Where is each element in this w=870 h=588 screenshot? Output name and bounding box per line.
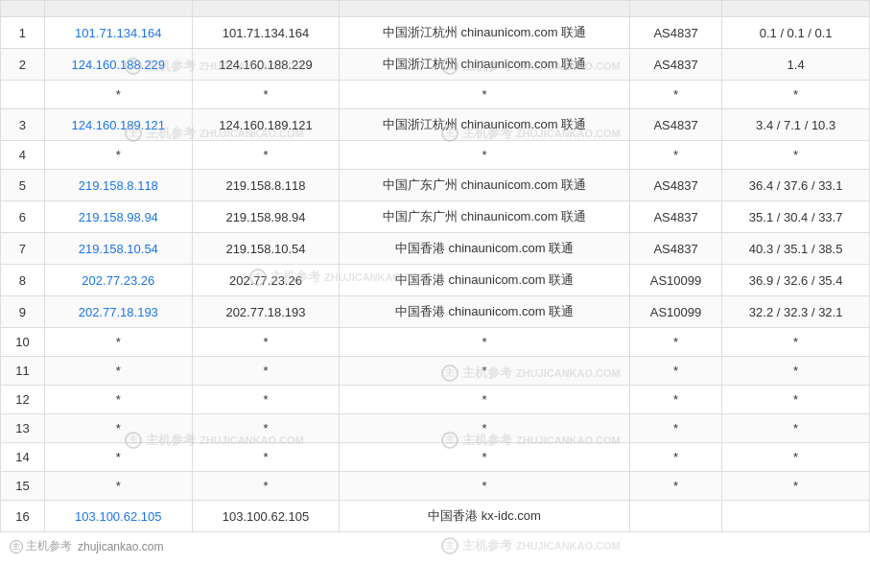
col-header-region xyxy=(340,1,629,17)
table-row: 10***** xyxy=(1,328,870,357)
cell-as xyxy=(629,501,722,532)
ip-link[interactable]: 124.160.188.229 xyxy=(71,58,165,72)
cell-ip[interactable]: 219.158.98.94 xyxy=(44,201,192,233)
cell-hop: 4 xyxy=(1,141,45,170)
cell-as: * xyxy=(629,328,722,357)
table-row: 15***** xyxy=(1,472,870,501)
cell-hostname: 101.71.134.164 xyxy=(192,17,340,49)
cell-star: * xyxy=(722,81,870,109)
cell-as: * xyxy=(629,141,722,170)
cell-region: 中国香港 chinaunicom.com 联通 xyxy=(340,296,629,328)
col-header-hop xyxy=(1,1,45,17)
cell-as: * xyxy=(629,443,722,472)
cell-hostname: * xyxy=(192,386,340,414)
cell-time: 40.3 / 35.1 / 38.5 xyxy=(722,233,870,265)
cell-star: * xyxy=(340,81,629,109)
cell-as: AS4837 xyxy=(629,49,722,81)
cell-time: * xyxy=(722,328,870,357)
cell-time: * xyxy=(722,443,870,472)
cell-hop: 13 xyxy=(1,414,45,443)
cell-ip: * xyxy=(44,443,192,472)
cell-time: * xyxy=(722,414,870,443)
cell-as: AS4837 xyxy=(629,109,722,141)
cell-ip: * xyxy=(44,472,192,501)
cell-ip: * xyxy=(44,141,192,170)
ip-link[interactable]: 219.158.8.118 xyxy=(79,178,158,193)
ip-link[interactable]: 219.158.10.54 xyxy=(79,242,158,256)
cell-as: * xyxy=(629,386,722,414)
cell-region: 中国浙江杭州 chinaunicom.com 联通 xyxy=(340,49,629,81)
cell-region: * xyxy=(340,472,629,501)
cell-ip: * xyxy=(44,414,192,443)
bottom-url: zhujicankao.com xyxy=(78,540,163,553)
cell-region: 中国广东广州 chinaunicom.com 联通 xyxy=(340,201,629,233)
cell-hostname: 219.158.8.118 xyxy=(192,170,340,201)
traceroute-table: 1101.71.134.164101.71.134.164中国浙江杭州 chin… xyxy=(0,0,870,532)
cell-star: * xyxy=(629,81,722,109)
table-row: 14***** xyxy=(1,443,870,472)
cell-as: AS10099 xyxy=(629,296,722,328)
cell-hop: 14 xyxy=(1,443,45,472)
table-row: 8202.77.23.26202.77.23.26中国香港 chinaunico… xyxy=(1,265,870,296)
page-container: 主 主机参考 ZHUJICANKAO.COM 主 主机参考 ZHUJICANKA… xyxy=(0,0,870,560)
table-row: 9202.77.18.193202.77.18.193中国香港 chinauni… xyxy=(1,296,870,328)
table-row: 13***** xyxy=(1,414,870,443)
table-row: 12***** xyxy=(1,386,870,414)
cell-time: * xyxy=(722,141,870,170)
cell-ip[interactable]: 202.77.23.26 xyxy=(44,265,192,296)
cell-region: 中国香港 chinaunicom.com 联通 xyxy=(340,233,629,265)
cell-hop: 5 xyxy=(1,170,45,201)
ip-link[interactable]: 219.158.98.94 xyxy=(79,210,158,224)
cell-time: 3.4 / 7.1 / 10.3 xyxy=(722,109,870,141)
cell-region: 中国广东广州 chinaunicom.com 联通 xyxy=(340,170,629,201)
cell-region: * xyxy=(340,443,629,472)
cell-star: * xyxy=(44,81,192,109)
cell-time: * xyxy=(722,386,870,414)
col-header-time xyxy=(722,1,870,17)
cell-as: AS4837 xyxy=(629,170,722,201)
cell-hostname: * xyxy=(192,141,340,170)
cell-as: * xyxy=(629,357,722,386)
cell-ip[interactable]: 124.160.189.121 xyxy=(44,109,192,141)
ip-link[interactable]: 101.71.134.164 xyxy=(75,26,161,40)
ip-link[interactable]: 124.160.189.121 xyxy=(71,118,165,132)
cell-hostname: 124.160.188.229 xyxy=(192,49,340,81)
cell-as: * xyxy=(629,414,722,443)
cell-star xyxy=(1,81,45,109)
cell-as: AS4837 xyxy=(629,17,722,49)
cell-ip[interactable]: 101.71.134.164 xyxy=(44,17,192,49)
cell-hop: 8 xyxy=(1,265,45,296)
cell-ip: * xyxy=(44,328,192,357)
cell-ip[interactable]: 202.77.18.193 xyxy=(44,296,192,328)
cell-star: * xyxy=(192,81,340,109)
cell-region: 中国浙江杭州 chinaunicom.com 联通 xyxy=(340,17,629,49)
cell-time: 35.1 / 30.4 / 33.7 xyxy=(722,201,870,233)
cell-hostname: 219.158.10.54 xyxy=(192,233,340,265)
cell-hop: 1 xyxy=(1,17,45,49)
table-row: 6219.158.98.94219.158.98.94中国广东广州 chinau… xyxy=(1,201,870,233)
cell-hop: 16 xyxy=(1,501,45,532)
bottom-logo-text: 主机参考 xyxy=(26,538,72,554)
cell-region: * xyxy=(340,357,629,386)
cell-hostname: * xyxy=(192,414,340,443)
cell-hostname: * xyxy=(192,357,340,386)
cell-time: 36.4 / 37.6 / 33.1 xyxy=(722,170,870,201)
ip-link[interactable]: 202.77.23.26 xyxy=(82,273,154,288)
cell-as: AS4837 xyxy=(629,233,722,265)
ip-link[interactable]: 202.77.18.193 xyxy=(79,305,158,319)
cell-ip[interactable]: 124.160.188.229 xyxy=(44,49,192,81)
cell-hostname: * xyxy=(192,472,340,501)
cell-ip[interactable]: 219.158.8.118 xyxy=(44,170,192,201)
table-row: 4***** xyxy=(1,141,870,170)
ip-link[interactable]: 103.100.62.105 xyxy=(75,509,161,524)
cell-ip[interactable]: 219.158.10.54 xyxy=(44,233,192,265)
cell-hostname: 202.77.23.26 xyxy=(192,265,340,296)
cell-region: * xyxy=(340,414,629,443)
col-header-ip xyxy=(44,1,192,17)
cell-ip[interactable]: 103.100.62.105 xyxy=(44,501,192,532)
table-row: 3124.160.189.121124.160.189.121中国浙江杭州 ch… xyxy=(1,109,870,141)
cell-region: * xyxy=(340,141,629,170)
cell-region: 中国香港 chinaunicom.com 联通 xyxy=(340,265,629,296)
cell-hostname: * xyxy=(192,328,340,357)
cell-ip: * xyxy=(44,386,192,414)
